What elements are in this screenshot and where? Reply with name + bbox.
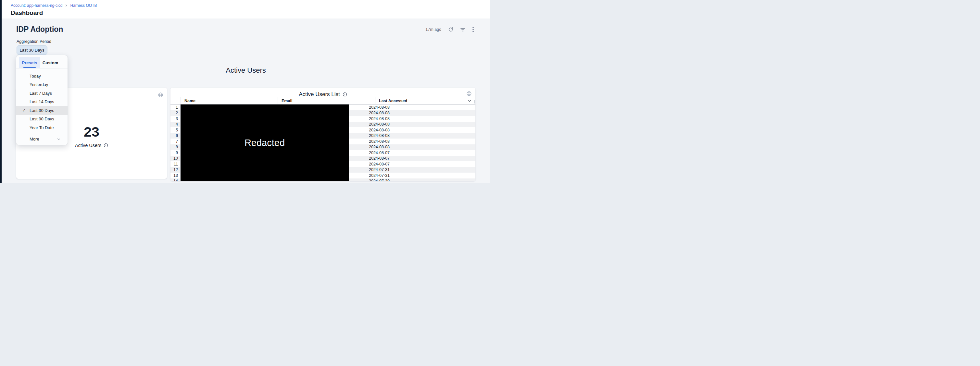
last-accessed-cell: 2024-08-08: [365, 133, 476, 139]
preset-menu-item-label: Last 90 Days: [30, 116, 54, 121]
aggregation-period-button[interactable]: Last 30 Days: [17, 46, 48, 55]
page-title: Dashboard: [11, 10, 43, 17]
breadcrumb-account-link[interactable]: Account: app-harness-ng-cicd: [11, 3, 62, 8]
dashboard-page: { "breadcrumb": { "account": "Account: a…: [0, 0, 490, 183]
preset-menu-item[interactable]: ✓ Today: [16, 72, 68, 81]
column-header-email: Email: [278, 97, 375, 104]
last-accessed-cell: 2024-08-07: [365, 156, 476, 162]
aggregation-period-label: Aggregation Period: [17, 39, 51, 44]
last-accessed-cell: 2024-08-08: [365, 144, 476, 150]
row-number-cell: 2: [170, 110, 181, 116]
preset-menu-item[interactable]: ✓ Year To Date: [16, 123, 68, 132]
last-accessed-cell: 2024-08-08: [365, 116, 476, 122]
globe-icon[interactable]: [158, 92, 163, 98]
globe-icon[interactable]: [466, 91, 472, 97]
preset-menu-item-label: Last 7 Days: [30, 91, 52, 96]
redacted-overlay: Redacted: [181, 105, 349, 181]
more-label: More: [30, 136, 39, 141]
list-card-title: Active Users List: [170, 91, 476, 98]
preset-menu-item[interactable]: ✓ Last 90 Days: [16, 115, 68, 124]
row-number-cell: 3: [170, 116, 181, 122]
row-number-cell: 5: [170, 127, 181, 133]
last-accessed-cell: 2024-08-08: [365, 110, 476, 116]
column-header-last-accessed-text: Last Accessed: [379, 99, 407, 103]
more-menu-item[interactable]: More: [16, 133, 68, 145]
dashboard-title: IDP Adoption: [16, 25, 63, 34]
column-header-name: Name: [181, 97, 278, 104]
chevron-down-icon: [57, 137, 61, 141]
preset-menu-item-label: Last 14 Days: [30, 99, 54, 104]
preset-menu-item-label: Year To Date: [30, 125, 54, 130]
row-number-cell: 11: [170, 161, 181, 167]
date-range-dropdown: Presets Custom ✓ Today ✓ Yesterday ✓ Las…: [16, 55, 68, 145]
last-accessed-cell: 2024-08-07: [365, 161, 476, 167]
last-accessed-cell: 2024-08-08: [365, 122, 476, 128]
metric-label-text: Active Users: [75, 143, 101, 148]
breadcrumb: Account: app-harness-ng-cicd Harness OOT…: [11, 3, 97, 8]
last-accessed-cell: 2024-08-08: [365, 139, 476, 144]
scrollbar-thumb[interactable]: [474, 100, 475, 103]
tab-presets[interactable]: Presets: [19, 57, 40, 68]
last-accessed-cell: 2024-08-07: [365, 150, 476, 156]
row-number-cell: 7: [170, 139, 181, 144]
row-number-column-header: [170, 97, 181, 104]
tab-custom[interactable]: Custom: [40, 57, 61, 68]
row-number-cell: 4: [170, 122, 181, 128]
last-refreshed-label: 17m ago: [425, 27, 441, 32]
preset-menu-item-label: Today: [30, 74, 41, 79]
top-header-band: Account: app-harness-ng-cicd Harness OOT…: [2, 0, 490, 19]
dashboard-actions: 17m ago: [425, 27, 474, 32]
row-number-cell: 9: [170, 150, 181, 156]
filter-icon[interactable]: [460, 28, 466, 32]
dropdown-tabs: Presets Custom: [16, 57, 68, 68]
table-header: Name Email Last Accessed: [170, 97, 476, 105]
preset-menu-item-label: Yesterday: [30, 82, 48, 87]
preset-list: ✓ Today ✓ Yesterday ✓ Last 7 Days ✓ Last…: [16, 68, 68, 132]
section-title: Active Users: [16, 66, 476, 74]
preset-menu-item[interactable]: ✓ Last 14 Days: [16, 98, 68, 106]
preset-menu-item[interactable]: ✓ Last 7 Days: [16, 89, 68, 98]
last-accessed-cell: 2024-08-08: [365, 105, 476, 110]
metric-label: Active Users: [75, 143, 108, 148]
list-card-title-text: Active Users List: [299, 91, 340, 98]
row-number-cell: 10: [170, 156, 181, 162]
collapsed-sidebar[interactable]: [0, 0, 2, 183]
row-number-cell: 8: [170, 144, 181, 150]
check-icon: ✓: [22, 108, 25, 113]
kebab-menu-icon[interactable]: [473, 27, 474, 32]
last-accessed-cell: 2024-08-08: [365, 127, 476, 133]
info-icon[interactable]: [342, 92, 347, 97]
last-accessed-cell: 2024-07-30: [365, 179, 476, 181]
info-icon[interactable]: [103, 143, 108, 147]
breadcrumb-page-link[interactable]: Harness OOTB: [70, 3, 97, 8]
refresh-icon[interactable]: [448, 27, 453, 32]
last-accessed-cell: 2024-07-31: [365, 173, 476, 179]
row-number-cell: 1: [170, 105, 181, 110]
row-number-cell: 12: [170, 167, 181, 173]
row-number-cell: 13: [170, 173, 181, 179]
active-users-list-card: Active Users List Name Email Last Access…: [170, 88, 476, 181]
preset-menu-item-label: Last 30 Days: [30, 108, 54, 113]
column-header-last-accessed: Last Accessed: [375, 97, 476, 104]
redacted-label: Redacted: [245, 138, 285, 148]
chevron-right-icon: [65, 4, 68, 7]
row-number-cell: 6: [170, 133, 181, 139]
preset-menu-item[interactable]: ✓ Last 30 Days: [16, 106, 68, 115]
chevron-down-icon[interactable]: [468, 99, 471, 103]
preset-menu-item[interactable]: ✓ Yesterday: [16, 81, 68, 89]
row-number-cell: 14: [170, 179, 181, 181]
last-accessed-cell: 2024-07-31: [365, 167, 476, 173]
